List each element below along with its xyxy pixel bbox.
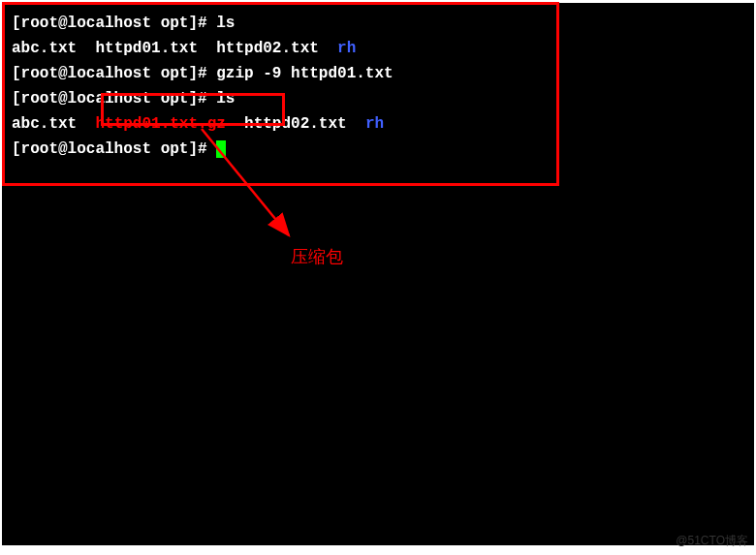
file-name: httpd02.txt xyxy=(216,40,319,57)
terminal-line: [root@localhost opt]# ls xyxy=(12,86,744,111)
file-name: abc.txt xyxy=(12,115,77,133)
watermark-text: @51CTO博客 xyxy=(676,533,748,549)
file-name: httpd02.txt xyxy=(244,115,347,133)
terminal-line: [root@localhost opt]# xyxy=(12,137,744,162)
command-text: gzip -9 httpd01.txt xyxy=(216,65,393,82)
prompt-text: [root@localhost opt]# xyxy=(12,65,216,82)
command-text: ls xyxy=(216,15,235,32)
prompt-text: [root@localhost opt]# xyxy=(12,15,216,32)
command-text: ls xyxy=(216,90,235,108)
terminal-line: abc.txt httpd01.txt.gz httpd02.txt rh xyxy=(12,111,744,137)
dir-name: rh xyxy=(365,115,384,133)
terminal-line: abc.txt httpd01.txt httpd02.txt rh xyxy=(12,36,744,61)
dir-name: rh xyxy=(337,40,356,57)
annotation-label: 压缩包 xyxy=(291,245,343,268)
prompt-text: [root@localhost opt]# xyxy=(12,140,216,158)
terminal-window[interactable]: [root@localhost opt]# ls abc.txt httpd01… xyxy=(2,3,754,545)
terminal-line: [root@localhost opt]# gzip -9 httpd01.tx… xyxy=(12,61,744,86)
gz-file-name: httpd01.txt.gz xyxy=(95,115,225,133)
prompt-text: [root@localhost opt]# xyxy=(12,90,216,108)
cursor-icon xyxy=(216,140,226,158)
file-name: abc.txt xyxy=(12,40,77,57)
file-name: httpd01.txt xyxy=(95,40,198,57)
terminal-line: [root@localhost opt]# ls xyxy=(12,11,744,36)
